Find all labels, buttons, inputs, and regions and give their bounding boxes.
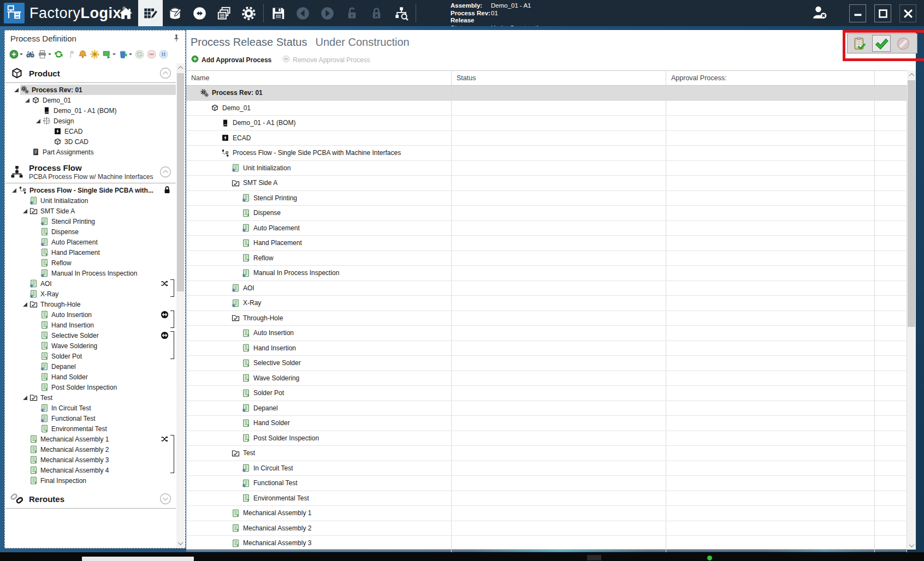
tree-item[interactable]: Mechanical Assembly 3 <box>5 455 176 465</box>
logout-user-button[interactable] <box>810 4 829 23</box>
tree-item[interactable]: Process Flow - Single Side PCBA with... <box>5 185 176 195</box>
column-status[interactable]: Status <box>452 71 666 85</box>
submit-approval-button[interactable] <box>850 35 869 52</box>
navigate-button[interactable] <box>187 0 212 26</box>
table-row[interactable]: X-Ray <box>186 296 907 311</box>
tree-item[interactable]: Selective Solder <box>5 330 176 341</box>
taskbar-window[interactable] <box>82 557 194 561</box>
sync-button[interactable] <box>54 50 63 59</box>
tree-item[interactable]: Unit Initialization <box>5 195 176 206</box>
table-row[interactable]: Process Flow - Single Side PCBA with Mac… <box>186 146 907 161</box>
tree-item[interactable]: In Circuit Test <box>5 403 176 413</box>
scroll-down-arrow[interactable] <box>907 541 916 550</box>
tree-item[interactable]: Dispense <box>5 226 176 237</box>
tree-item[interactable]: SMT Side A <box>5 206 176 216</box>
table-row[interactable]: Mechanical Assembly 3 <box>186 536 907 551</box>
table-row[interactable]: Wave Soldering <box>186 371 907 386</box>
audit-search-button[interactable] <box>389 0 413 26</box>
table-row[interactable]: Reflow <box>186 251 907 266</box>
tree-item[interactable]: Environmental Test <box>5 423 176 434</box>
tree-item[interactable]: X-Ray <box>5 289 176 299</box>
tree-item[interactable]: Demo_01 <box>5 95 176 105</box>
column-approval-process[interactable]: Approval Process: <box>666 71 875 85</box>
home-button[interactable] <box>114 0 138 26</box>
expander-icon[interactable] <box>23 98 31 103</box>
scroll-up-arrow[interactable] <box>907 70 916 79</box>
table-row[interactable]: Test <box>186 446 907 461</box>
save-button[interactable] <box>266 0 291 26</box>
approve-button[interactable] <box>872 35 891 52</box>
tree-item[interactable]: Stencil Printing <box>5 216 176 226</box>
tree-item[interactable]: Design <box>5 116 176 126</box>
scroll-down-arrow[interactable] <box>176 539 185 547</box>
tree-item[interactable]: Mechanical Assembly 4 <box>5 465 176 475</box>
tree-item[interactable]: Functional Test <box>5 413 176 423</box>
expander-icon[interactable] <box>34 119 42 123</box>
table-row[interactable]: Post Solder Inspection <box>186 431 907 446</box>
tree-item[interactable]: Process Rev: 01 <box>5 85 176 95</box>
expander-icon[interactable] <box>12 88 20 92</box>
table-row[interactable]: Process Rev: 01 <box>186 86 907 101</box>
tree-item[interactable]: Hand Solder <box>5 372 176 382</box>
settings-gear-button[interactable] <box>236 0 261 26</box>
tree-item[interactable]: 3D CAD <box>5 136 176 147</box>
export-button[interactable] <box>102 50 116 59</box>
scroll-thumb[interactable] <box>177 73 184 291</box>
taskbar-app[interactable] <box>587 555 601 560</box>
back-button[interactable] <box>291 0 315 26</box>
table-row[interactable]: Through-Hole <box>186 311 907 326</box>
tree-item[interactable]: Manual In Process Inspection <box>5 268 176 278</box>
documents-button[interactable] <box>212 0 236 26</box>
table-row[interactable]: Dispense <box>186 206 907 221</box>
table-row[interactable]: Selective Solder <box>186 356 907 371</box>
tree-item[interactable]: Hand Insertion <box>5 320 176 330</box>
expander-icon[interactable] <box>10 188 18 193</box>
table-row[interactable]: Manual In Process Inspection <box>186 266 907 281</box>
tree-item[interactable]: Auto Placement <box>5 237 176 247</box>
tree-item[interactable]: Demo_01 - A1 (BOM) <box>5 105 176 116</box>
table-scrollbar[interactable] <box>907 70 916 550</box>
table-row[interactable]: Hand Placement <box>186 236 907 251</box>
expander-icon[interactable] <box>21 302 29 307</box>
table-row[interactable]: Auto Placement <box>186 221 907 236</box>
remove-approval-process-link[interactable]: Remove Approval Process <box>282 55 370 64</box>
forward-button[interactable] <box>315 0 340 26</box>
options-gear-button[interactable] <box>90 50 99 59</box>
tree-item[interactable]: Final Inspection <box>5 475 176 486</box>
tree-item[interactable]: ECAD <box>5 126 176 136</box>
close-button[interactable] <box>899 4 916 22</box>
tree-item[interactable]: Depanel <box>5 361 176 372</box>
table-row[interactable]: Environmental Test <box>186 491 907 506</box>
table-row[interactable]: ECAD <box>186 131 907 146</box>
tree-item[interactable]: Hand Placement <box>5 247 176 258</box>
table-row[interactable]: Auto Insertion <box>186 326 907 341</box>
collapse-up-icon[interactable] <box>159 67 171 79</box>
unlock-button[interactable] <box>340 0 364 26</box>
table-row[interactable]: Demo_01 <box>186 101 907 116</box>
tree-item[interactable]: Wave Soldering <box>5 341 176 351</box>
recycle-button[interactable] <box>119 50 132 59</box>
panel-scrollbar[interactable] <box>176 63 185 547</box>
tree-item[interactable]: Mechanical Assembly 1 <box>5 434 176 444</box>
table-row[interactable]: SMT Side A <box>186 176 907 191</box>
table-row[interactable]: Mechanical Assembly 1 <box>186 506 907 521</box>
table-row[interactable]: Demo_01 - A1 (BOM) <box>186 116 907 131</box>
tree-item[interactable]: Mechanical Assembly 2 <box>5 444 176 455</box>
print-button[interactable] <box>38 50 51 59</box>
process-grid-edit-button[interactable] <box>138 0 163 26</box>
tree-item[interactable]: Auto Insertion <box>5 309 176 320</box>
add-button[interactable] <box>9 50 23 59</box>
tree-item[interactable]: Solder Pot <box>5 351 176 361</box>
collapse-down-icon[interactable] <box>159 493 171 505</box>
section-product[interactable]: Product <box>5 63 176 83</box>
tree-item[interactable]: Part Assignments <box>5 147 176 157</box>
column-name[interactable]: Name <box>186 71 452 85</box>
tree-item[interactable]: AOI <box>5 278 176 289</box>
notify-bell-button[interactable] <box>78 50 87 59</box>
collapse-up-icon[interactable] <box>159 166 171 178</box>
expander-icon[interactable] <box>21 396 29 400</box>
table-row[interactable]: Stencil Printing <box>186 191 907 206</box>
expander-icon[interactable] <box>21 209 29 213</box>
scroll-up-arrow[interactable] <box>176 63 185 72</box>
section-process-flow[interactable]: Process Flow PCBA Process Flow w/ Machin… <box>5 160 176 183</box>
